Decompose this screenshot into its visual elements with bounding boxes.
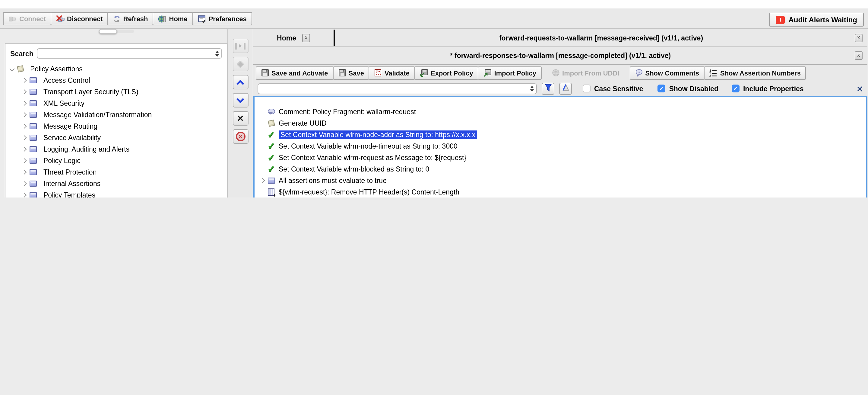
refresh-button[interactable]: Refresh — [108, 12, 154, 25]
delete-assertion-button[interactable] — [232, 111, 248, 125]
folder-icon — [30, 88, 37, 94]
tab-forward-requests[interactable]: forward-requests-to-wallarm [message-rec… — [335, 29, 867, 47]
assertion-tree-root[interactable]: Policy Assertions — [5, 63, 227, 74]
assertion-search-input[interactable] — [37, 48, 222, 59]
connect-button[interactable]: Connect — [3, 12, 51, 25]
folder-icon — [30, 192, 37, 198]
chevron-right-icon — [22, 123, 27, 129]
home-icon — [158, 15, 167, 23]
include-properties-checkbox[interactable] — [732, 85, 740, 92]
preferences-button[interactable]: Preferences — [192, 12, 252, 25]
close-tab-icon[interactable] — [302, 33, 310, 42]
import-icon — [484, 69, 492, 77]
save-button[interactable]: Save — [333, 66, 369, 79]
chevron-right-icon — [22, 78, 27, 83]
palette-tab-bar — [5, 29, 227, 44]
chevron-down-icon — [237, 95, 244, 103]
reorder-button[interactable] — [232, 57, 248, 71]
save-icon — [338, 69, 346, 77]
chevron-right-icon — [22, 181, 27, 186]
policy-assertion-row[interactable]: Generate UUID — [258, 117, 866, 129]
case-sensitive-option[interactable]: Case Sensitive — [583, 85, 643, 92]
category-access-control[interactable]: Access Control — [5, 74, 227, 86]
home-button[interactable]: Home — [153, 12, 193, 25]
save-icon — [261, 69, 269, 77]
show-disabled-option[interactable]: Show Disabled — [657, 85, 718, 92]
case-sensitive-checkbox[interactable] — [583, 85, 591, 92]
category-policy-logic[interactable]: Policy Logic — [5, 154, 227, 166]
workspace-tab-row-1: Home forward-requests-to-wallarm [messag… — [253, 29, 867, 47]
show-comments-button[interactable]: Show Comments — [630, 66, 705, 79]
policy-assertion-row[interactable]: Set Context Variable wlrm-node-timeout a… — [258, 140, 866, 151]
close-tab-icon[interactable] — [855, 51, 863, 60]
close-tab-icon[interactable] — [855, 33, 863, 42]
show-assertion-numbers-button[interactable]: 123Show Assertion Numbers — [704, 66, 806, 79]
show-disabled-checkbox[interactable] — [657, 85, 665, 92]
tab-assertions[interactable] — [99, 29, 117, 34]
policy-assertion-row[interactable]: All assertions must evaluate to true — [258, 174, 866, 186]
category-message-routing[interactable]: Message Routing — [5, 120, 227, 132]
save-and-activate-button[interactable]: Save and Activate — [256, 66, 334, 79]
disable-assertion-button[interactable] — [232, 129, 248, 144]
policy-assertion-row[interactable]: Set Context Variable wlrm-request as Mes… — [258, 151, 866, 163]
policy-search-input[interactable] — [257, 83, 537, 94]
export-policy-button[interactable]: Export Policy — [414, 66, 478, 79]
workspace-tab-row-2: * forward-responses-to-wallarm [message-… — [253, 47, 867, 65]
note-icon — [17, 65, 24, 72]
connect-icon — [8, 15, 17, 23]
search-stepper[interactable] — [528, 84, 536, 93]
policy-assertion-row[interactable]: Comment: Policy Fragment: wallarm-reques… — [258, 106, 866, 117]
folder-icon — [30, 134, 37, 140]
audit-alerts-button[interactable]: Audit Alerts Waiting — [769, 13, 864, 27]
check-icon — [267, 152, 275, 163]
chevron-right-icon — [22, 169, 27, 174]
category-xml-security[interactable]: XML Security — [5, 97, 227, 109]
filter-next-button[interactable] — [542, 82, 554, 94]
check-icon — [267, 129, 275, 140]
category-threat-protection[interactable]: Threat Protection — [5, 166, 227, 177]
category-logging-auditing-and-alerts[interactable]: Logging, Auditing and Alerts — [5, 143, 227, 154]
category-service-availability[interactable]: Service Availability — [5, 132, 227, 143]
disconnect-icon — [56, 15, 65, 23]
policy-manager-window: ConnectDisconnectRefreshHomePreferences … — [0, 0, 868, 198]
folder-icon — [268, 177, 275, 183]
tab-identity-providers[interactable] — [117, 30, 134, 33]
chevron-right-icon — [22, 135, 27, 140]
chevron-right-icon[interactable] — [260, 178, 265, 183]
move-down-button[interactable] — [232, 93, 248, 108]
move-up-button[interactable] — [232, 75, 248, 89]
folder-icon — [30, 100, 37, 106]
category-policy-templates[interactable]: Policy Templates — [5, 189, 227, 198]
folder-icon — [30, 146, 37, 152]
category-message-validation-transformation[interactable]: Message Validation/Transformation — [5, 109, 227, 120]
check-icon — [267, 163, 275, 174]
preferences-icon — [198, 15, 206, 23]
note-icon — [268, 119, 275, 126]
disconnect-button[interactable]: Disconnect — [51, 12, 108, 25]
chevron-right-icon — [22, 101, 27, 106]
search-stepper[interactable] — [213, 49, 221, 58]
policy-assertion-row[interactable]: Set Context Variable wlrm-node-addr as S… — [258, 129, 866, 140]
left-panel: Search Policy Assertions Access ControlT… — [5, 29, 227, 198]
chevron-right-icon — [22, 89, 27, 94]
comment-icon — [268, 109, 275, 114]
include-properties-option[interactable]: Include Properties — [732, 85, 804, 92]
chevron-right-icon — [22, 146, 27, 151]
policy-assertion-row[interactable]: Set Context Variable wlrm-blocked as Str… — [258, 163, 866, 174]
add-assertion-button[interactable] — [232, 39, 248, 53]
header-icon — [268, 188, 275, 195]
close-filter-icon[interactable] — [857, 83, 863, 94]
main-toolbar: ConnectDisconnectRefreshHomePreferences … — [0, 8, 868, 29]
policy-assertion-row[interactable]: ${wlrm-request}: Remove HTTP Header(s) C… — [258, 186, 866, 198]
import-from-uddi-button[interactable]: Import From UDDI — [547, 66, 625, 79]
import-policy-button[interactable]: Import Policy — [478, 66, 542, 79]
category-transport-layer-security-tls[interactable]: Transport Layer Security (TLS) — [5, 86, 227, 97]
refresh-icon — [113, 15, 121, 23]
category-internal-assertions[interactable]: Internal Assertions — [5, 177, 227, 189]
filter-prev-button[interactable] — [559, 82, 572, 94]
policy-filter-bar: Case Sensitive Show Disabled Include Pro… — [253, 81, 867, 96]
policy-toolbar: Save and ActivateSaveValidateExport Poli… — [253, 65, 867, 81]
tab-home[interactable]: Home — [253, 29, 334, 47]
tab-forward-responses[interactable]: * forward-responses-to-wallarm [message-… — [253, 52, 867, 59]
validate-button[interactable]: Validate — [369, 66, 415, 79]
